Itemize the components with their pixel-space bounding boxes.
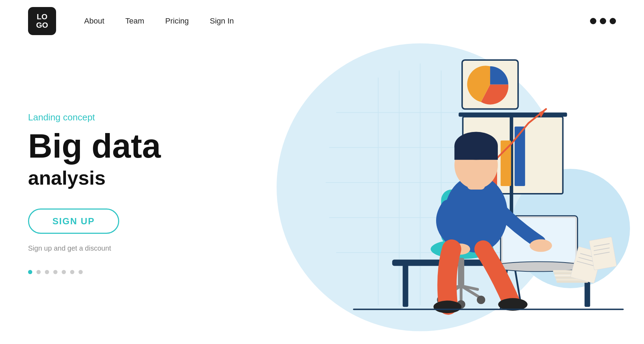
page-dot-7[interactable] <box>79 270 83 274</box>
page-dot-1[interactable] <box>28 270 32 274</box>
logo[interactable]: LOGO <box>28 7 56 35</box>
page-dot-5[interactable] <box>62 270 66 274</box>
hero-left: Landing concept Big data analysis SIGN U… <box>0 42 196 344</box>
nav-item-pricing[interactable]: Pricing <box>165 16 189 26</box>
dot-menu-3 <box>610 18 616 24</box>
dot-menu-2 <box>600 18 606 24</box>
page-indicators <box>28 270 196 274</box>
svg-point-29 <box>494 262 584 272</box>
svg-point-48 <box>433 300 461 313</box>
svg-rect-32 <box>458 258 464 286</box>
more-menu[interactable] <box>590 18 616 24</box>
hero-title-line1: Big data <box>28 129 196 163</box>
svg-rect-50 <box>557 280 588 283</box>
hero-illustration <box>196 42 644 344</box>
hero-subtitle: Landing concept <box>28 112 196 123</box>
main-content: Landing concept Big data analysis SIGN U… <box>0 42 644 344</box>
svg-rect-45 <box>454 146 498 160</box>
nav-item-team[interactable]: Team <box>126 16 144 26</box>
page-dot-6[interactable] <box>70 270 74 274</box>
page-dot-2[interactable] <box>36 270 41 274</box>
scene-svg <box>196 42 644 344</box>
svg-point-39 <box>477 296 485 304</box>
nav-item-signin[interactable]: Sign In <box>210 16 234 26</box>
header: LOGO About Team Pricing Sign In <box>0 0 644 42</box>
discount-text: Sign up and get a discount <box>28 244 196 252</box>
signup-button[interactable]: SIGN UP <box>28 209 119 234</box>
svg-point-46 <box>530 239 552 252</box>
hero-title-line2: analysis <box>28 166 196 189</box>
svg-rect-23 <box>515 126 525 186</box>
logo-text: LOGO <box>36 13 48 29</box>
svg-rect-11 <box>403 265 408 307</box>
svg-rect-22 <box>501 140 511 186</box>
nav: About Team Pricing Sign In <box>84 16 234 26</box>
dot-menu-1 <box>590 18 596 24</box>
page-dot-4[interactable] <box>53 270 57 274</box>
nav-item-about[interactable]: About <box>84 16 104 26</box>
page-dot-3[interactable] <box>45 270 49 274</box>
